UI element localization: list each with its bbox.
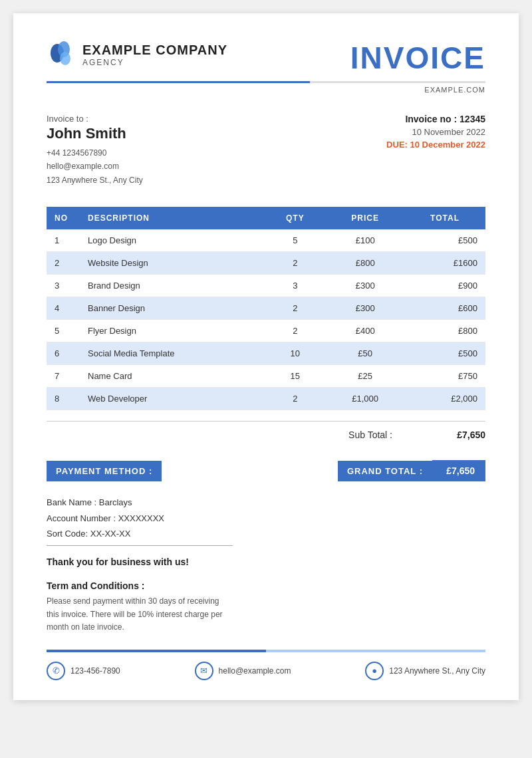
- cell-total: £600: [404, 297, 485, 320]
- client-address: 123 Anywhere St., Any City: [47, 174, 143, 187]
- cell-desc: Banner Design: [80, 297, 264, 320]
- cell-no: 3: [47, 275, 80, 297]
- email-icon: ✉: [195, 662, 213, 680]
- footer-phone: 123-456-7890: [70, 666, 120, 676]
- thank-you: Thank you for business with us!: [47, 557, 485, 567]
- table-row: 7 Name Card 15 £25 £750: [47, 365, 485, 388]
- col-price: PRICE: [326, 207, 404, 229]
- subtotal-value: £7,650: [432, 430, 485, 440]
- cell-total: £800: [404, 320, 485, 342]
- cell-price: £300: [326, 297, 404, 320]
- cell-total: £1600: [404, 252, 485, 275]
- location-icon: ●: [365, 662, 384, 680]
- footer-email: hello@example.com: [219, 666, 291, 676]
- col-total: TOTAL: [404, 207, 485, 229]
- cell-price: £800: [326, 252, 404, 275]
- cell-no: 2: [47, 252, 80, 275]
- phone-icon: ✆: [47, 662, 65, 680]
- cell-price: £100: [326, 229, 404, 252]
- cell-desc: Logo Design: [80, 229, 264, 252]
- table-row: 4 Banner Design 2 £300 £600: [47, 297, 485, 320]
- company-subtitle: AGENCY: [82, 58, 227, 67]
- cell-no: 4: [47, 297, 80, 320]
- cell-qty: 15: [264, 365, 326, 388]
- invoice-document: EXAMPLE COMPANY AGENCY INVOICE EXAMPLE.C…: [13, 13, 519, 700]
- cell-qty: 10: [264, 342, 326, 365]
- cell-qty: 5: [264, 229, 326, 252]
- cell-total: £750: [404, 365, 485, 388]
- subtotal-row: Sub Total : £7,650: [47, 421, 485, 444]
- header-divider: [47, 81, 485, 83]
- invoice-meta: Invoice no : 12345 10 November 2022 DUE:…: [386, 114, 485, 187]
- invoice-title: INVOICE: [350, 40, 485, 76]
- cell-price: £25: [326, 365, 404, 388]
- bill-to-block: Invoice to : John Smith +44 1234567890 h…: [47, 114, 143, 187]
- cell-desc: Brand Design: [80, 275, 264, 297]
- cell-price: £1,000: [326, 388, 404, 410]
- footer-bar: ✆ 123-456-7890 ✉ hello@example.com ● 123…: [47, 662, 485, 680]
- company-block: EXAMPLE COMPANY AGENCY: [47, 40, 227, 69]
- footer-email-item: ✉ hello@example.com: [195, 662, 291, 680]
- grand-total-value: £7,650: [432, 460, 485, 481]
- cell-price: £300: [326, 275, 404, 297]
- payment-grand-row: PAYMENT METHOD : GRAND TOTAL : £7,650: [47, 460, 485, 481]
- cell-desc: Web Developer: [80, 388, 264, 410]
- cell-total: £900: [404, 275, 485, 297]
- table-row: 2 Website Design 2 £800 £1600: [47, 252, 485, 275]
- col-no: NO: [47, 207, 80, 229]
- cell-price: £50: [326, 342, 404, 365]
- table-row: 5 Flyer Design 2 £400 £800: [47, 320, 485, 342]
- company-text: EXAMPLE COMPANY AGENCY: [82, 43, 227, 67]
- invoice-due: DUE: 10 December 2022: [386, 140, 485, 150]
- grand-total-label: GRAND TOTAL :: [338, 461, 432, 481]
- client-name: John Smith: [47, 125, 143, 142]
- cell-no: 5: [47, 320, 80, 342]
- terms-text: Please send payment within 30 days of re…: [47, 595, 233, 634]
- company-logo-icon: [47, 40, 76, 69]
- cell-total: £500: [404, 342, 485, 365]
- billing-section: Invoice to : John Smith +44 1234567890 h…: [47, 114, 485, 187]
- footer-address: 123 Anywhere St., Any City: [389, 666, 485, 676]
- footer-divider: [47, 650, 485, 652]
- header: EXAMPLE COMPANY AGENCY INVOICE: [47, 40, 485, 76]
- cell-no: 8: [47, 388, 80, 410]
- website-line: EXAMPLE.COM: [47, 86, 485, 94]
- bank-divider: [47, 545, 233, 546]
- cell-no: 7: [47, 365, 80, 388]
- cell-price: £400: [326, 320, 404, 342]
- client-phone: +44 1234567890: [47, 146, 143, 160]
- cell-desc: Website Design: [80, 252, 264, 275]
- invoice-table: NO DESCRIPTION QTY PRICE TOTAL 1 Logo De…: [47, 207, 485, 410]
- invoice-number: Invoice no : 12345: [386, 114, 485, 124]
- terms-title: Term and Conditions :: [47, 580, 485, 591]
- bank-name: Bank Name : Barclays: [47, 495, 485, 510]
- footer-phone-item: ✆ 123-456-7890: [47, 662, 120, 680]
- bill-to-label: Invoice to :: [47, 114, 143, 124]
- svg-point-2: [60, 52, 70, 65]
- footer-address-item: ● 123 Anywhere St., Any City: [365, 662, 485, 680]
- cell-qty: 2: [264, 320, 326, 342]
- cell-total: £2,000: [404, 388, 485, 410]
- col-description: DESCRIPTION: [80, 207, 264, 229]
- grand-total-block: GRAND TOTAL : £7,650: [338, 460, 485, 481]
- invoice-date: 10 November 2022: [386, 127, 485, 137]
- cell-desc: Name Card: [80, 365, 264, 388]
- cell-qty: 2: [264, 388, 326, 410]
- cell-no: 6: [47, 342, 80, 365]
- cell-qty: 2: [264, 297, 326, 320]
- subtotal-label: Sub Total :: [348, 430, 392, 440]
- cell-qty: 2: [264, 252, 326, 275]
- company-name: EXAMPLE COMPANY: [82, 43, 227, 58]
- bank-details: Bank Name : Barclays Account Number : XX…: [47, 495, 485, 541]
- client-email: hello@example.com: [47, 160, 143, 173]
- client-details: +44 1234567890 hello@example.com 123 Any…: [47, 146, 143, 187]
- table-row: 3 Brand Design 3 £300 £900: [47, 275, 485, 297]
- cell-desc: Flyer Design: [80, 320, 264, 342]
- sort-code: Sort Code: XX-XX-XX: [47, 526, 485, 541]
- table-row: 6 Social Media Template 10 £50 £500: [47, 342, 485, 365]
- table-row: 8 Web Developer 2 £1,000 £2,000: [47, 388, 485, 410]
- table-header-row: NO DESCRIPTION QTY PRICE TOTAL: [47, 207, 485, 229]
- table-row: 1 Logo Design 5 £100 £500: [47, 229, 485, 252]
- account-number: Account Number : XXXXXXXX: [47, 511, 485, 526]
- col-qty: QTY: [264, 207, 326, 229]
